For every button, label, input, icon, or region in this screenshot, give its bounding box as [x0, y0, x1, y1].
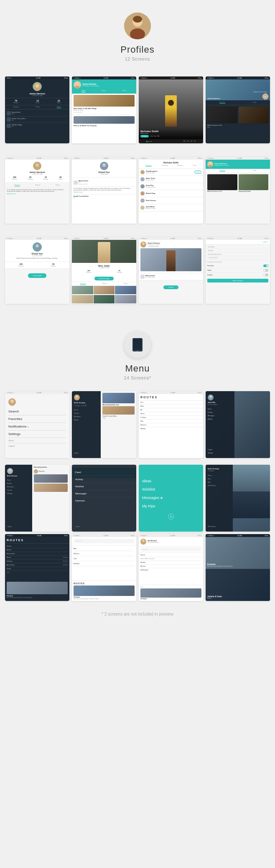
- svg-point-29: [209, 398, 213, 400]
- svg-point-5: [35, 84, 39, 88]
- svg-point-10: [264, 98, 267, 99]
- menu-screen-9: ••• Sketch ✦ 9:41 AM 42% ■ ROUTES Search…: [5, 534, 69, 601]
- profile-screen-10: ••• Sketch ✦ 9:41 AM 42% ■ Mary Joplin L…: [72, 237, 136, 304]
- svg-point-30: [9, 469, 11, 471]
- svg-point-7: [76, 82, 79, 86]
- menu-row2-grid: Brian Grenson Feed Activity Messages Fri…: [0, 465, 275, 534]
- menu-row1-grid: ••• Sketch ✦ 9:41 AM 42% ■ Search Favori…: [0, 384, 275, 465]
- menu-subtitle: 14 Screens*: [8, 375, 267, 380]
- svg-point-15: [209, 162, 211, 165]
- profile-screen-3: ••• Sketch ✦ 9:41 AM 42% ■ Nicholas Smit…: [139, 76, 203, 143]
- menu-title: Menu: [8, 363, 267, 374]
- menu-screen-11: ••• Sketch ✦ 9:41 AM 42% ■ Idea Shepard …: [139, 534, 203, 601]
- svg-point-17: [36, 244, 38, 247]
- svg-point-33: [141, 542, 145, 545]
- svg-point-11: [36, 163, 39, 167]
- svg-point-8: [75, 86, 80, 89]
- svg-point-13: [102, 163, 106, 167]
- menu-row3-grid: ••• Sketch ✦ 9:41 AM 42% ■ ROUTES Search…: [0, 534, 275, 608]
- svg-point-32: [142, 540, 145, 542]
- menu-screen-3: ••• Sketch ✦ 9:41 AM 42% ■ ROUTES Cart M…: [139, 391, 203, 458]
- page-footer: * 2 screens are not included in preview: [0, 608, 275, 625]
- svg-rect-22: [133, 339, 142, 350]
- menu-screen-1: ••• Sketch ✦ 9:41 AM 42% ■ Search Favori…: [5, 391, 69, 458]
- svg-point-27: [75, 398, 79, 400]
- svg-point-26: [76, 395, 78, 398]
- profiles-row1-grid: Sketch ✦ 9:41 AM 42% ■ James Harrison ▲ …: [0, 70, 275, 150]
- profiles-avatar: [124, 13, 151, 39]
- svg-point-9: [264, 96, 266, 98]
- profile-screen-6: ••• Sketch ✦ 9:41 AM 42% ■ Erlend Oye 35…: [72, 157, 136, 224]
- profile-screen-7: ••• Sketch ✦ 9:41 AM 42% ■ Nicholas Smit…: [139, 157, 203, 224]
- footer-note: * 2 screens are not included in preview: [102, 612, 173, 616]
- menu-screen-6: James Harrison 130 Followers Feed Activi…: [72, 465, 136, 532]
- profile-screen-1: Sketch ✦ 9:41 AM 42% ■ James Harrison ▲ …: [5, 76, 69, 143]
- svg-point-16: [208, 165, 212, 167]
- profiles-subtitle: 12 Screens: [8, 56, 267, 61]
- svg-rect-23: [136, 351, 139, 351]
- svg-point-18: [35, 247, 40, 251]
- menu-screen-7: Ideas Wishlist Messages My trips ✕: [139, 465, 203, 532]
- profile-screen-9: ••• Sketch ✦ 9:41 AM 42% ■ Erlend Oye ▲ …: [5, 237, 69, 304]
- profile-screen-12: ••• Sketch ✦ 9:41 AM 42% ■ Logout ↑ Erle…: [206, 237, 270, 304]
- profile-screen-4: ••• Sketch ✦ 9:41 AM 42% ■ James Harriso…: [206, 76, 270, 143]
- menu-section: Menu 14 Screens*: [0, 319, 275, 384]
- menu-screen-2: Berlin, Germany 17 October · 11:45 PM Ho…: [72, 391, 136, 458]
- svg-point-28: [209, 395, 212, 398]
- menu-screen-5: Brian Grenson Feed Activity Messages Fri…: [5, 465, 69, 532]
- svg-point-31: [8, 471, 12, 474]
- p1-location: ▲ Barcelona, Spain: [32, 95, 43, 97]
- svg-point-6: [35, 88, 40, 91]
- section-separator: [0, 311, 275, 319]
- profile-screen-11: ••• Sketch ✦ 9:41 AM 42% ■ James Harriso…: [139, 237, 203, 304]
- menu-screen-10: ••• Sketch ✦ 9:41 AM 42% ■ Search... Man…: [72, 534, 136, 601]
- svg-point-20: [141, 245, 145, 247]
- menu-screen-4: James Bay Product Designer Home Friends …: [206, 391, 270, 458]
- svg-point-12: [34, 167, 40, 170]
- svg-point-24: [10, 400, 14, 403]
- svg-point-19: [142, 242, 145, 245]
- menu-screen-12: ••• Sketch ✦ 9:41 AM 42% ■ Footwear Rick…: [206, 534, 270, 601]
- menu-screen-8: Berlin, Germany 17 October Places Blog M…: [206, 465, 270, 532]
- profile-screen-2: ••• Sketch ✦ 9:41 AM 42% ■ James Harriso…: [72, 76, 136, 143]
- profile-screen-5: ••• Sketch ✦ 9:41 AM 42% ■ James Harriso…: [5, 157, 69, 224]
- profiles-row2-grid: ••• Sketch ✦ 9:41 AM 42% ■ James Harriso…: [0, 150, 275, 230]
- profile-screen-8: ••• Sketch ✦ 9:41 AM 42% ■ James Harriso…: [206, 157, 270, 224]
- svg-point-14: [101, 167, 107, 170]
- svg-point-25: [10, 403, 15, 406]
- profiles-row3-grid: ••• Sketch ✦ 9:41 AM 42% ■ Erlend Oye ▲ …: [0, 230, 275, 311]
- profiles-title: Profiles: [8, 44, 267, 55]
- svg-point-4: [133, 16, 142, 23]
- profiles-section: Profiles 12 Screens: [0, 0, 275, 70]
- menu-icon-container: [124, 331, 151, 358]
